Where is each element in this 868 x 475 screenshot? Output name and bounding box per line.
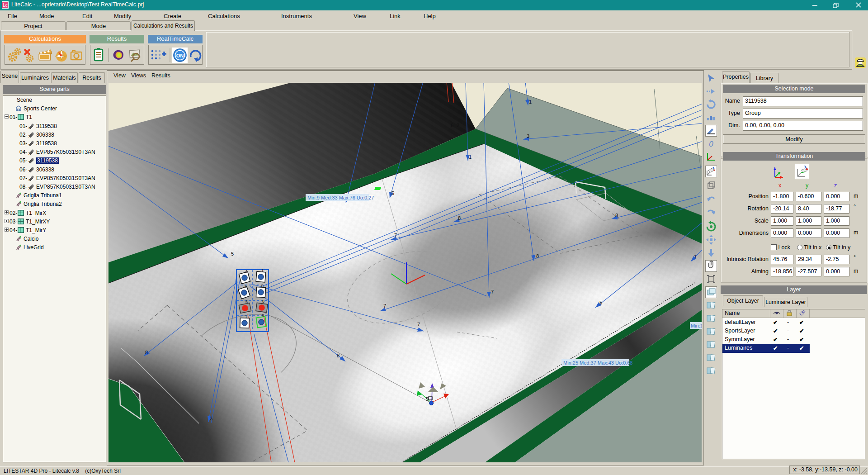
svg-text:1: 1: [529, 99, 532, 104]
svg-text:8: 8: [458, 215, 461, 221]
svg-text:4: 4: [245, 269, 247, 274]
svg-text:Min:9 Med:33 Max:76 Uo:0.27: Min:9 Med:33 Max:76 Uo:0.27: [307, 195, 374, 200]
svg-text:5: 5: [426, 396, 429, 402]
svg-text:1: 1: [469, 154, 472, 160]
svg-text:6: 6: [245, 284, 247, 289]
svg-text:7: 7: [383, 303, 386, 309]
svg-text:3: 3: [527, 133, 529, 139]
svg-text:8: 8: [262, 299, 264, 304]
svg-text:5: 5: [599, 300, 602, 305]
svg-text:5: 5: [231, 251, 234, 256]
svg-text:1: 1: [261, 268, 264, 273]
svg-text:7: 7: [417, 322, 420, 327]
svg-text:ON: ON: [176, 53, 184, 58]
svg-text:Min:14: Min:14: [691, 323, 702, 328]
svg-text:2: 2: [457, 123, 459, 128]
svg-text:8: 8: [337, 353, 340, 358]
svg-text:6: 6: [245, 299, 248, 304]
svg-text:6: 6: [451, 123, 453, 128]
svg-text:7: 7: [491, 289, 494, 294]
svg-text:8: 8: [145, 350, 148, 355]
svg-text:0: 0: [261, 284, 264, 288]
svg-text:5: 5: [262, 314, 264, 318]
svg-text:1: 1: [245, 314, 247, 319]
svg-text:1: 1: [694, 254, 697, 259]
svg-text:Min:25 Med:37 Max:43 Uo:0.68: Min:25 Med:37 Max:43 Uo:0.68: [563, 360, 632, 366]
svg-text:8: 8: [615, 213, 618, 218]
svg-text:5: 5: [392, 190, 394, 196]
svg-text:0: 0: [709, 140, 713, 148]
